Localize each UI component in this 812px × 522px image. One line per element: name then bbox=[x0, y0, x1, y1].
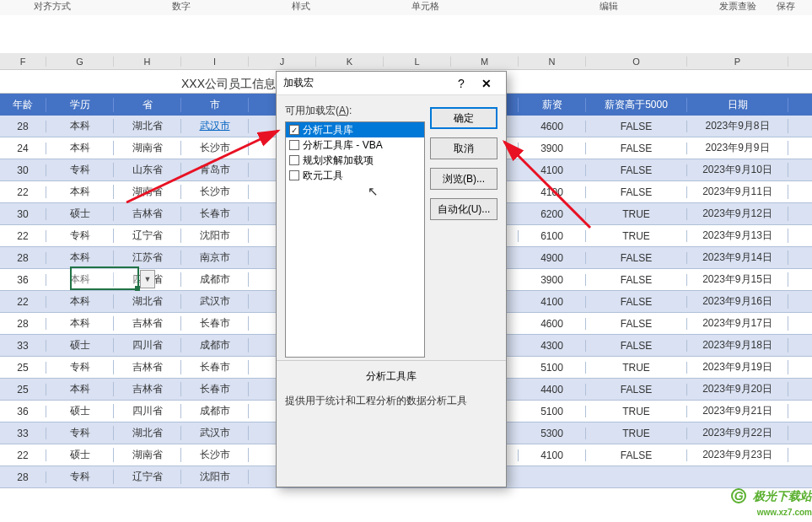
cell-date[interactable]: 2023年9月17日 bbox=[687, 316, 788, 331]
cell-date[interactable]: 2023年9月8日 bbox=[687, 119, 788, 133]
cell-date[interactable]: 2023年9月13日 bbox=[687, 229, 788, 243]
cell-edu[interactable]: 本科 bbox=[46, 250, 114, 265]
cell-edu[interactable]: 本科 bbox=[46, 119, 114, 133]
cell-edu[interactable]: 本科 bbox=[46, 272, 114, 287]
cell-edu[interactable]: 专科 bbox=[46, 360, 114, 374]
close-button[interactable]: ✕ bbox=[474, 77, 499, 90]
city-link[interactable]: 武汉市 bbox=[200, 120, 230, 132]
addins-listbox[interactable]: 分析工具库分析工具库 - VBA规划求解加载项欧元工具 bbox=[285, 121, 425, 358]
cell-age[interactable]: 28 bbox=[0, 471, 46, 483]
cell-city[interactable]: 沈阳市 bbox=[181, 470, 249, 484]
checkbox-icon[interactable] bbox=[289, 155, 299, 165]
cell-gt5000[interactable]: FALSE bbox=[586, 318, 687, 330]
cell-city[interactable]: 青岛市 bbox=[181, 163, 249, 177]
cell-city[interactable]: 成都市 bbox=[181, 272, 249, 287]
cell-province[interactable]: 湖北省 bbox=[114, 426, 181, 440]
cell-city[interactable]: 长春市 bbox=[181, 316, 249, 331]
cell-gt5000[interactable]: FALSE bbox=[586, 384, 687, 396]
col-header-I[interactable]: I bbox=[181, 57, 249, 67]
checkbox-icon[interactable] bbox=[289, 125, 299, 135]
cell-salary[interactable]: 5100 bbox=[519, 362, 586, 374]
cell-date[interactable]: 2023年9月19日 bbox=[687, 360, 788, 374]
cell-city[interactable]: 武汉市 bbox=[181, 119, 249, 133]
cell-salary[interactable]: 4600 bbox=[519, 318, 586, 330]
browse-button[interactable]: 浏览(B)... bbox=[430, 168, 497, 190]
cell-province[interactable]: 湖南省 bbox=[114, 141, 181, 155]
cell-salary[interactable]: 4100 bbox=[519, 296, 586, 308]
cell-salary[interactable]: 5100 bbox=[519, 406, 586, 417]
cell-city[interactable]: 长春市 bbox=[181, 382, 249, 396]
cell-province[interactable]: 四川省 bbox=[114, 338, 181, 352]
cell-age[interactable]: 22 bbox=[0, 449, 46, 461]
cell-gt5000[interactable]: TRUE bbox=[586, 208, 687, 220]
cell-age[interactable]: 30 bbox=[0, 164, 46, 176]
cell-city[interactable]: 长沙市 bbox=[181, 141, 249, 155]
cell-salary[interactable]: 4100 bbox=[519, 186, 586, 198]
cell-age[interactable]: 22 bbox=[0, 230, 46, 242]
cell-city[interactable]: 武汉市 bbox=[181, 426, 249, 440]
cell-city[interactable]: 南京市 bbox=[181, 250, 249, 265]
cell-salary[interactable]: 6100 bbox=[519, 230, 586, 242]
cell-province[interactable]: 湖南省 bbox=[114, 185, 181, 199]
cell-gt5000[interactable]: FALSE bbox=[586, 449, 687, 461]
cell-edu[interactable]: 硕士 bbox=[46, 448, 114, 462]
cell-date[interactable]: 2023年9月18日 bbox=[687, 338, 788, 352]
cell-edu[interactable]: 本科 bbox=[46, 294, 114, 309]
cell-city[interactable]: 成都市 bbox=[181, 404, 249, 418]
col-header-O[interactable]: O bbox=[586, 57, 687, 67]
cell-city[interactable]: 沈阳市 bbox=[181, 229, 249, 243]
cell-gt5000[interactable]: TRUE bbox=[586, 230, 687, 242]
col-header-G[interactable]: G bbox=[46, 57, 114, 67]
cell-dropdown-button[interactable]: ▼ bbox=[140, 270, 155, 288]
automation-button[interactable]: 自动化(U)... bbox=[430, 198, 497, 220]
cell-edu[interactable]: 专科 bbox=[46, 163, 114, 177]
col-header-K[interactable]: K bbox=[316, 57, 384, 67]
cell-edu[interactable]: 专科 bbox=[46, 470, 114, 484]
cell-gt5000[interactable]: TRUE bbox=[586, 406, 687, 417]
cell-edu[interactable]: 硕士 bbox=[46, 404, 114, 418]
cell-province[interactable]: 辽宁省 bbox=[114, 229, 181, 243]
cell-province[interactable]: 江苏省 bbox=[114, 250, 181, 265]
cell-province[interactable]: 吉林省 bbox=[114, 360, 181, 374]
cell-gt5000[interactable]: FALSE bbox=[586, 164, 687, 176]
cell-age[interactable]: 28 bbox=[0, 252, 46, 264]
cell-age[interactable]: 33 bbox=[0, 428, 46, 439]
checkbox-icon[interactable] bbox=[289, 140, 299, 150]
cell-date[interactable]: 2023年9月16日 bbox=[687, 294, 788, 309]
cell-gt5000[interactable]: FALSE bbox=[586, 296, 687, 308]
cancel-button[interactable]: 取消 bbox=[430, 137, 497, 159]
cell-province[interactable]: 山东省 bbox=[114, 163, 181, 177]
cell-date[interactable]: 2023年9月12日 bbox=[687, 207, 788, 221]
cell-edu[interactable]: 本科 bbox=[46, 382, 114, 396]
cell-age[interactable]: 25 bbox=[0, 362, 46, 374]
checkbox-icon[interactable] bbox=[289, 170, 299, 180]
cell-salary[interactable]: 4300 bbox=[519, 340, 586, 352]
cell-gt5000[interactable]: FALSE bbox=[586, 340, 687, 352]
cell-province[interactable]: 湖北省 bbox=[114, 294, 181, 309]
cell-date[interactable]: 2023年9月11日 bbox=[687, 185, 788, 199]
cell-date[interactable]: 2023年9月22日 bbox=[687, 426, 788, 440]
cell-salary[interactable]: 3900 bbox=[519, 143, 586, 154]
cell-gt5000[interactable]: FALSE bbox=[586, 252, 687, 264]
cell-age[interactable]: 36 bbox=[0, 406, 46, 417]
cell-salary[interactable]: 3900 bbox=[519, 274, 586, 286]
col-header-N[interactable]: N bbox=[519, 57, 586, 67]
cell-edu[interactable]: 专科 bbox=[46, 229, 114, 243]
cell-edu[interactable]: 本科 bbox=[46, 141, 114, 155]
cell-salary[interactable]: 6200 bbox=[519, 208, 586, 220]
col-header-P[interactable]: P bbox=[687, 57, 788, 67]
addin-item[interactable]: 规划求解加载项 bbox=[286, 153, 424, 168]
cell-province[interactable]: 湖北省 bbox=[114, 119, 181, 133]
cell-edu[interactable]: 硕士 bbox=[46, 207, 114, 221]
addin-item[interactable]: 欧元工具 bbox=[286, 168, 424, 183]
dialog-titlebar[interactable]: 加载宏 ? ✕ bbox=[277, 72, 506, 95]
cell-city[interactable]: 武汉市 bbox=[181, 294, 249, 309]
col-header-L[interactable]: L bbox=[384, 57, 451, 67]
cell-date[interactable]: 2023年9月20日 bbox=[687, 382, 788, 396]
cell-city[interactable]: 长春市 bbox=[181, 207, 249, 221]
addin-item[interactable]: 分析工具库 bbox=[286, 122, 424, 137]
cell-date[interactable]: 2023年9月10日 bbox=[687, 163, 788, 177]
cell-age[interactable]: 28 bbox=[0, 318, 46, 330]
cell-city[interactable]: 成都市 bbox=[181, 338, 249, 352]
col-header-M[interactable]: M bbox=[451, 57, 519, 67]
